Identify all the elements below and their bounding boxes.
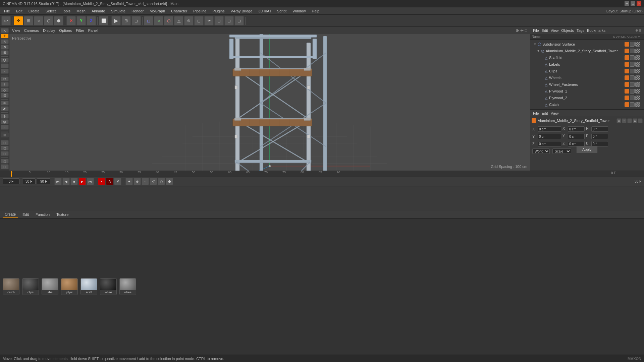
tool-texture[interactable]: ⊞ [1,132,9,137]
mat-plyw[interactable]: plyw [61,278,78,295]
y-pos-input[interactable] [538,134,561,139]
cameras-menu[interactable]: Cameras [24,28,39,33]
transform-tool[interactable]: ⬡ [44,16,53,25]
scene-btn1[interactable]: ⊕ [635,28,638,32]
ctrl-vis-ct[interactable] [630,102,635,107]
ctrl-check-p2[interactable] [635,96,640,100]
ctrl-vis-p1[interactable] [630,89,635,94]
menu-character[interactable]: Character [168,8,190,14]
ctrl-vis-sub[interactable] [630,42,635,47]
ctrl-check-wh[interactable] [635,75,640,80]
obj-ctrl-5[interactable]: → [638,118,643,123]
play-reverse-button[interactable]: ◀ [62,178,70,185]
ctrl-check-wf[interactable] [635,82,640,87]
pose-morph-button[interactable]: P [114,178,121,185]
menu-select[interactable]: Select [43,8,59,14]
viewport-icon-maximize[interactable]: □ [525,28,527,33]
rotate-tool[interactable]: ○ [34,16,43,25]
scene-btn2[interactable]: ⊞ [639,28,641,32]
scene-bookmarks-menu[interactable]: Bookmarks [587,28,605,33]
y-size-input[interactable] [591,134,608,139]
tool-transform[interactable]: ⊞ [1,50,9,55]
close-button[interactable]: ✕ [637,1,641,6]
loop-mode-button[interactable]: ↺ [150,178,157,185]
attr-file-menu[interactable]: File [533,111,539,115]
tool-move[interactable]: ✛ [1,34,9,38]
menu-create[interactable]: Create [26,8,42,14]
scene-file-menu[interactable]: File [533,28,539,33]
menu-render[interactable]: Render [129,8,146,14]
tool-scale[interactable]: ⤡ [1,39,9,44]
menu-animate[interactable]: Animate [89,8,108,14]
floor-btn[interactable]: ◻ [224,16,234,25]
scale-tool[interactable]: ⊞ [24,16,33,25]
apply-button[interactable]: Apply [577,146,597,153]
menu-script[interactable]: Script [274,8,289,14]
scene-view-menu[interactable]: View [551,28,559,33]
ctrl-vis-wf[interactable] [630,82,635,87]
tool-brush[interactable]: ✏ [1,101,9,105]
y-axis[interactable]: Y [76,16,86,25]
render-region[interactable]: ⊞ [121,16,131,25]
menu-simulate[interactable]: Simulate [108,8,128,14]
view-menu[interactable]: View [12,28,20,33]
obj-ctrl-1[interactable]: ⊕ [616,118,621,123]
scene-tags-menu[interactable]: Tags [577,28,584,33]
ctrl-color-lb[interactable] [625,62,629,67]
tree-item-wheel-fasteners[interactable]: ▶ △ Wheel_Fasteners [530,81,644,88]
tool-rotate[interactable]: ↻ [1,45,9,49]
3d-viewport[interactable]: Perspective [9,34,530,171]
ctrl-vis-lb[interactable] [630,62,635,67]
attr-view-menu[interactable]: View [551,111,559,115]
render-btn[interactable]: ▶ [111,16,121,25]
torus-btn[interactable]: ⊕ [184,16,194,25]
mat-clips[interactable]: clips [22,278,39,295]
ctrl-color-wf[interactable] [625,82,629,87]
menu-3dtoall[interactable]: 3DToAll [256,8,274,14]
scene-edit-menu[interactable]: Edit [542,28,548,33]
mat-tab-create[interactable]: Create [3,212,18,218]
tool-edge[interactable]: ─ [1,63,9,68]
menu-file[interactable]: File [1,8,13,14]
frame-end-input[interactable] [37,178,50,184]
menu-pipeline[interactable]: Pipeline [191,8,209,14]
menu-plugins[interactable]: Plugins [210,8,227,14]
menu-window[interactable]: Window [290,8,308,14]
mat-catch[interactable]: catch [3,278,19,295]
panel-menu[interactable]: Panel [88,28,98,33]
select-tool[interactable]: ⬢ [54,16,63,25]
tool-python[interactable]: ◻ [1,159,9,164]
object-mode[interactable]: ⬜ [99,16,108,25]
tree-arrow-subdivision[interactable]: ▼ [533,42,537,46]
x-pos-input[interactable] [538,126,561,132]
maximize-button[interactable]: □ [631,1,635,6]
mat-tab-texture[interactable]: Texture [54,212,70,217]
ctrl-color-p1[interactable] [625,89,629,94]
mat-whee1[interactable]: whee [100,278,117,295]
mat-tab-function[interactable]: Function [34,212,52,217]
go-start-button[interactable]: ⏮ [54,178,62,185]
menu-mograph[interactable]: MoGraph [147,8,168,14]
move-tool[interactable]: ✛ [14,16,23,25]
frame-start-input[interactable] [3,178,19,184]
tool-point[interactable]: · [1,69,9,73]
render-interactive[interactable]: ◻ [131,16,141,25]
menu-edit[interactable]: Edit [13,8,25,14]
tool-paint[interactable]: 🖌 [1,106,9,111]
ctrl-vis-cl[interactable] [630,69,635,73]
ctrl-check-cl[interactable] [635,69,640,73]
viewport-icon-move[interactable]: ✛ [520,28,524,33]
tool-extrude[interactable]: ↑ [1,82,9,87]
tool-misc3[interactable]: ◻ [1,151,9,156]
tool-coffee[interactable]: ◻ [1,164,9,169]
sphere-btn[interactable]: ○ [154,16,163,25]
ctrl-check-al[interactable] [635,49,640,53]
ctrl-color-sc[interactable] [625,55,629,60]
tree-item-wheels[interactable]: ▶ △ Wheels [530,74,644,81]
x-size-input[interactable] [591,126,608,132]
layout-button[interactable]: ⬢ [166,178,173,185]
ctrl-check-sc[interactable] [635,55,640,60]
tool-knife[interactable]: ✂ [1,76,9,81]
tree-item-plywood1[interactable]: ▶ △ Plywood_1 [530,88,644,95]
tree-arrow-aluminium[interactable]: ▼ [536,49,540,53]
